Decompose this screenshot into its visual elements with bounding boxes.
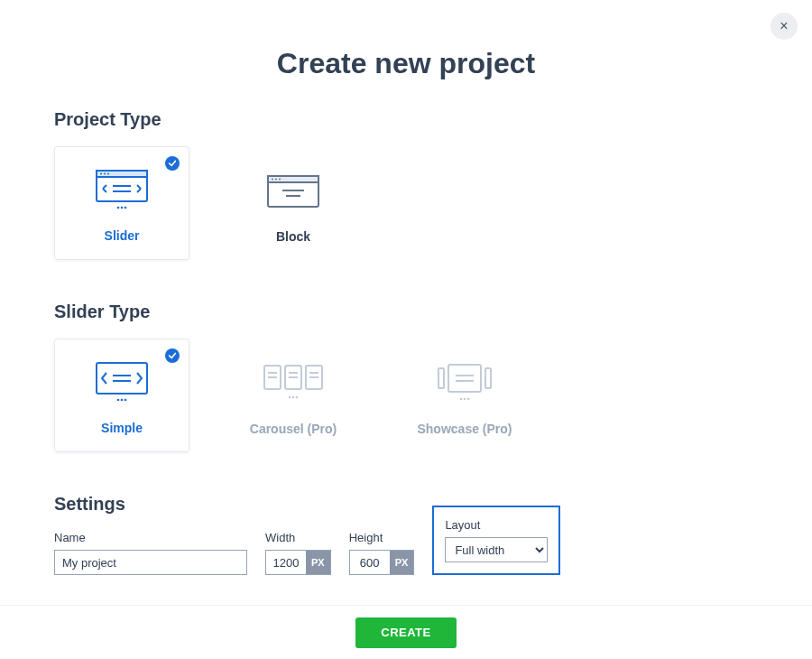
svg-point-3 bbox=[104, 173, 106, 175]
name-field: Name bbox=[54, 531, 247, 575]
svg-point-12 bbox=[272, 179, 273, 181]
card-label: Showcase (Pro) bbox=[417, 422, 512, 436]
name-label: Name bbox=[54, 531, 247, 544]
svg-rect-36 bbox=[485, 368, 491, 388]
layout-field: Layout Full width bbox=[445, 518, 548, 562]
project-type-heading: Project Type bbox=[54, 109, 758, 130]
dialog-title: Create new project bbox=[0, 47, 812, 80]
svg-point-2 bbox=[100, 173, 102, 175]
card-label: Simple bbox=[101, 421, 143, 435]
card-label: Block bbox=[276, 229, 310, 244]
svg-point-8 bbox=[121, 207, 124, 209]
slider-type-heading: Slider Type bbox=[54, 302, 758, 322]
close-button[interactable]: × bbox=[770, 13, 798, 40]
project-type-options: Slider Block bbox=[54, 146, 758, 260]
project-type-slider[interactable]: Slider bbox=[54, 146, 189, 260]
simple-slider-icon bbox=[96, 356, 148, 410]
svg-point-20 bbox=[117, 399, 120, 402]
height-field: Height PX bbox=[349, 531, 415, 575]
slider-icon bbox=[96, 163, 148, 218]
check-icon bbox=[165, 156, 180, 171]
svg-point-41 bbox=[464, 398, 466, 401]
layout-select[interactable]: Full width bbox=[445, 537, 548, 562]
check-icon bbox=[165, 348, 180, 363]
layout-field-highlight: Layout Full width bbox=[432, 506, 560, 575]
svg-rect-37 bbox=[448, 365, 481, 392]
project-type-block[interactable]: Block bbox=[226, 146, 361, 260]
height-label: Height bbox=[349, 531, 415, 544]
svg-point-34 bbox=[296, 396, 299, 399]
width-unit: PX bbox=[306, 551, 330, 574]
height-input[interactable] bbox=[350, 551, 390, 574]
settings-row: Name Width PX Height PX Layout Full widt… bbox=[54, 531, 758, 575]
svg-rect-17 bbox=[97, 363, 147, 394]
svg-point-22 bbox=[125, 399, 127, 402]
slider-type-options: Simple Carousel (Pro) bbox=[54, 339, 758, 452]
svg-point-13 bbox=[275, 179, 277, 181]
svg-point-40 bbox=[460, 398, 463, 401]
carousel-icon bbox=[263, 357, 323, 411]
layout-label: Layout bbox=[445, 518, 548, 532]
svg-point-4 bbox=[107, 173, 109, 175]
svg-point-7 bbox=[117, 207, 120, 209]
settings-heading: Settings bbox=[54, 494, 758, 515]
width-field: Width PX bbox=[265, 531, 331, 575]
svg-point-32 bbox=[289, 396, 291, 399]
svg-rect-35 bbox=[438, 368, 444, 388]
slider-type-carousel[interactable]: Carousel (Pro) bbox=[226, 339, 361, 452]
card-label: Slider bbox=[105, 228, 140, 243]
svg-point-21 bbox=[121, 399, 124, 402]
svg-point-42 bbox=[467, 398, 470, 401]
showcase-icon bbox=[438, 357, 492, 411]
slider-type-simple[interactable]: Simple bbox=[54, 339, 189, 452]
height-unit: PX bbox=[390, 551, 414, 574]
block-icon bbox=[267, 164, 319, 218]
card-label: Carousel (Pro) bbox=[250, 422, 337, 436]
svg-point-33 bbox=[292, 396, 295, 399]
svg-point-9 bbox=[125, 207, 127, 209]
svg-point-14 bbox=[279, 179, 281, 181]
width-label: Width bbox=[265, 531, 331, 544]
dialog-footer: CREATE bbox=[0, 605, 812, 659]
create-button[interactable]: CREATE bbox=[355, 617, 456, 648]
close-icon: × bbox=[780, 19, 788, 33]
slider-type-showcase[interactable]: Showcase (Pro) bbox=[397, 339, 532, 452]
name-input[interactable] bbox=[54, 550, 247, 575]
width-input[interactable] bbox=[266, 551, 306, 574]
